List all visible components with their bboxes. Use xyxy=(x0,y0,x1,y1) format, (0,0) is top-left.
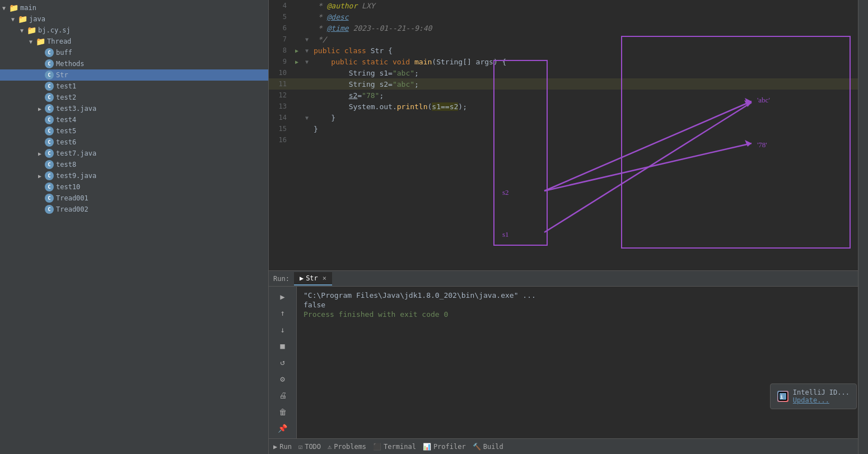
tree-item-Tread002[interactable]: CTread002 xyxy=(0,204,268,215)
tree-icon: C xyxy=(45,194,54,203)
output-line: "C:\Program Files\Java\jdk1.8.0_202\bin\… xyxy=(304,291,851,299)
tree-icon: C xyxy=(45,93,54,102)
tree-label: test9.java xyxy=(56,172,96,180)
tree-icon: C xyxy=(45,160,54,169)
tree-label: test4 xyxy=(56,116,76,124)
delete-button[interactable]: 🗑 xyxy=(275,405,291,418)
tree-icon: 📁 xyxy=(27,26,36,35)
build-icon: 🔨 xyxy=(473,443,481,451)
tree-icon: C xyxy=(45,205,54,214)
tree-label: test2 xyxy=(56,93,76,101)
scroll-down-button[interactable]: ↓ xyxy=(275,323,291,336)
line-number: 16 xyxy=(269,136,291,144)
tree-item-test3.java[interactable]: ▶Ctest3.java xyxy=(0,103,268,114)
output-line: Process finished with exit code 0 xyxy=(304,310,851,319)
toolbar-item-terminal[interactable]: ⬛Terminal xyxy=(373,443,416,451)
run-label: Run: xyxy=(273,275,290,283)
line-number: 4 xyxy=(269,2,291,10)
code-text: */ xyxy=(311,35,326,44)
tree-icon: C xyxy=(45,71,54,79)
tree-item-test8[interactable]: Ctest8 xyxy=(0,159,268,170)
toolbar-item-problems[interactable]: ⚠Problems xyxy=(328,443,366,451)
tree-icon: C xyxy=(45,138,54,147)
toolbar-item-run[interactable]: ▶Run xyxy=(273,443,292,451)
stop-button[interactable]: ■ xyxy=(275,339,291,352)
tree-label: main xyxy=(20,4,36,12)
tree-label: test7.java xyxy=(56,149,96,157)
line-number: 11 xyxy=(269,80,291,88)
tree-item-Thread[interactable]: ▼📁Thread xyxy=(0,36,268,47)
code-text: System.out.println(s1==s2); xyxy=(311,102,467,111)
tree-label: test8 xyxy=(56,161,76,169)
tree-icon: 📁 xyxy=(36,37,45,46)
tree-item-test5[interactable]: Ctest5 xyxy=(0,125,268,137)
code-line-16: 16 xyxy=(269,134,858,146)
tree-item-test1[interactable]: Ctest1 xyxy=(0,81,268,92)
toolbar-item-profiler[interactable]: 📊Profiler xyxy=(423,443,466,451)
tree-label: test6 xyxy=(56,138,76,146)
settings-button[interactable]: ⚙ xyxy=(275,372,291,385)
fold-indicator[interactable]: ▼ xyxy=(302,36,311,43)
tree-item-java[interactable]: ▼📁java xyxy=(0,13,268,25)
tree-item-Methods[interactable]: CMethods xyxy=(0,58,268,69)
code-editor[interactable]: 4 * @author LXY5 * @desc6 * @time 2023--… xyxy=(269,0,858,270)
tree-icon: C xyxy=(45,104,54,113)
tree-item-Tread001[interactable]: CTread001 xyxy=(0,193,268,204)
run-tab-str[interactable]: ▶ Str × xyxy=(294,272,332,285)
run-arrow[interactable]: ▶ xyxy=(291,48,302,54)
pin-button[interactable]: 📌 xyxy=(275,422,291,435)
tree-icon: 📁 xyxy=(18,15,27,24)
code-line-12: 12 s2="78"; xyxy=(269,90,858,101)
tree-arrow: ▼ xyxy=(2,5,9,11)
code-line-9: 9▶▼ public static void main(String[] arg… xyxy=(269,56,858,67)
intellij-title: IntelliJ ID... xyxy=(793,389,850,396)
tree-item-bj.cy.sj[interactable]: ▼📁bj.cy.sj xyxy=(0,25,268,36)
structure-sidebar: Structure Favorites xyxy=(858,0,868,454)
code-line-5: 5 * @desc xyxy=(269,11,858,22)
run-output: "C:\Program Files\Java\jdk1.8.0_202\bin\… xyxy=(297,287,858,438)
tree-arrow: ▼ xyxy=(29,39,36,45)
tree-item-test9.java[interactable]: ▶Ctest9.java xyxy=(0,170,268,181)
tree-arrow: ▼ xyxy=(11,16,18,22)
scroll-up-button[interactable]: ↑ xyxy=(275,306,291,319)
toolbar-item-build[interactable]: 🔨Build xyxy=(473,443,503,451)
tree-arrow: ▶ xyxy=(38,106,45,112)
profiler-icon: 📊 xyxy=(423,443,431,451)
tree-item-Str[interactable]: CStr xyxy=(0,69,268,81)
tree-item-test6[interactable]: Ctest6 xyxy=(0,137,268,148)
code-text: * @desc xyxy=(311,13,349,21)
tree-item-buff[interactable]: Cbuff xyxy=(0,47,268,58)
tree-item-main[interactable]: ▼📁main xyxy=(0,2,268,13)
toolbar-item-todo[interactable]: ☑TODO xyxy=(298,443,321,451)
tree-label: Methods xyxy=(56,60,85,68)
print-button[interactable]: 🖨 xyxy=(275,389,291,402)
terminal-icon: ⬛ xyxy=(373,443,381,451)
close-tab-button[interactable]: × xyxy=(323,274,326,282)
code-line-11: 11 String s2="abc"; xyxy=(269,78,858,90)
svg-text:s2: s2 xyxy=(502,188,509,196)
run-sidebar: ▶ ↑ ↓ ■ ↺ ⚙ 🖨 🗑 📌 xyxy=(269,287,297,438)
line-number: 13 xyxy=(269,102,291,110)
tree-icon: C xyxy=(45,127,54,135)
tree-label: test10 xyxy=(56,183,80,191)
tree-label: buff xyxy=(56,49,72,57)
code-line-7: 7▼ */ xyxy=(269,34,858,45)
line-number: 12 xyxy=(269,91,291,99)
tree-item-test2[interactable]: Ctest2 xyxy=(0,92,268,103)
fold-indicator[interactable]: ▼ xyxy=(302,48,311,54)
tree-item-test7.java[interactable]: ▶Ctest7.java xyxy=(0,148,268,159)
line-number: 7 xyxy=(269,35,291,43)
code-text: public class Str { xyxy=(311,46,393,55)
code-line-6: 6 * @time 2023--01--21--9:40 xyxy=(269,22,858,34)
tree-item-test4[interactable]: Ctest4 xyxy=(0,114,268,125)
fold-indicator[interactable]: ▼ xyxy=(302,59,311,65)
intellij-update-link[interactable]: Update... xyxy=(793,396,829,404)
tree-icon: C xyxy=(45,149,54,158)
tree-icon: C xyxy=(45,182,54,191)
rerun-button[interactable]: ↺ xyxy=(275,356,291,369)
fold-indicator[interactable]: ▼ xyxy=(302,115,311,121)
run-arrow[interactable]: ▶ xyxy=(291,59,302,65)
tree-icon: C xyxy=(45,59,54,68)
tree-item-test10[interactable]: Ctest10 xyxy=(0,181,268,193)
run-button[interactable]: ▶ xyxy=(275,290,291,303)
